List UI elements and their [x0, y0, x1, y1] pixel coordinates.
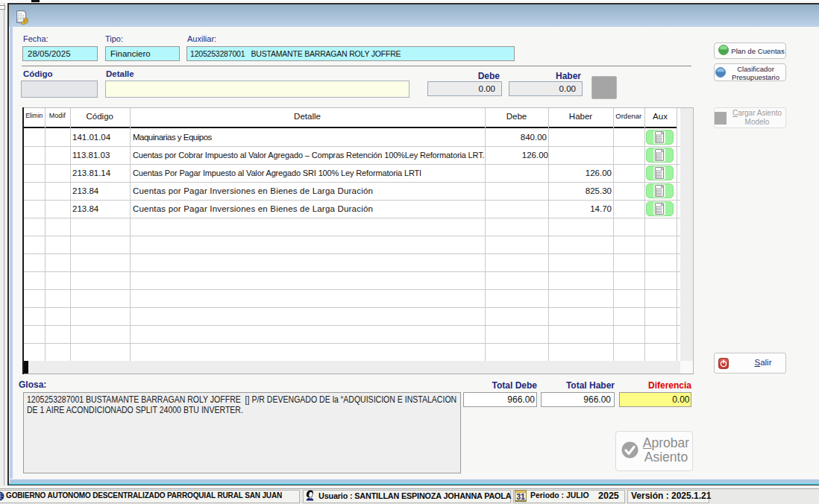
svg-text:31: 31: [516, 492, 525, 501]
